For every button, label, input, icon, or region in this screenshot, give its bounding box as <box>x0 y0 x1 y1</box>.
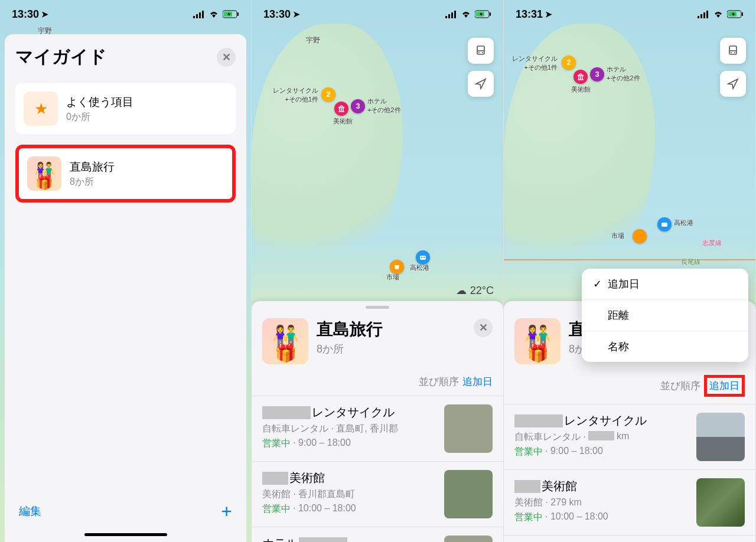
redacted-text <box>262 406 311 419</box>
svg-rect-29 <box>706 11 708 18</box>
status-time: 13:30 <box>12 8 39 21</box>
svg-point-25 <box>734 52 735 53</box>
sort-label: 並び順序 <box>419 375 459 388</box>
sort-option-added-date[interactable]: ✓ 追加日 <box>582 269 748 300</box>
map-pin-port[interactable] <box>416 250 430 265</box>
map-pin-rental-label: レンタサイクル+その他1件 <box>273 86 318 104</box>
map-pin-museum-label: 美術館 <box>571 85 591 94</box>
map-pin-port[interactable] <box>657 217 672 231</box>
status-time: 13:30 <box>263 8 291 21</box>
map-rail-label: 長尾線 <box>681 257 700 266</box>
svg-rect-6 <box>237 12 239 16</box>
my-guides-sheet: マイガイド ✕ ★ よく使う項目 0か所 直島旅行 8か所 編集 + <box>5 34 246 542</box>
place-item-hotel[interactable]: ホテル <box>504 535 755 542</box>
redacted-text <box>299 537 347 543</box>
map-pin-rental-label: レンタサイクル+その他1件 <box>512 54 558 72</box>
close-button[interactable]: ✕ <box>217 48 236 67</box>
place-item-hotel[interactable]: ホテル <box>252 527 503 542</box>
sort-option-name[interactable]: 名称 <box>582 331 748 362</box>
sort-button[interactable]: 追加日 <box>462 375 493 388</box>
page-title: マイガイド <box>15 45 107 69</box>
sort-option-distance[interactable]: 距離 <box>582 300 748 331</box>
svg-rect-28 <box>703 12 705 18</box>
place-item-rental[interactable]: レンタサイクル 自転車レンタル · km 営業中 · 9:00 – 18:00 <box>504 404 755 469</box>
place-thumbnail <box>696 413 745 461</box>
star-icon: ★ <box>24 92 58 126</box>
guide-image-icon <box>262 318 308 364</box>
svg-rect-20 <box>490 12 491 16</box>
svg-rect-2 <box>199 12 201 18</box>
map-pin-market[interactable] <box>390 260 404 274</box>
redacted-text <box>514 414 563 427</box>
status-bar: 13:30 ➤ <box>0 0 251 28</box>
place-item-museum[interactable]: 美術館 美術館 · 279 km 営業中 · 10:00 – 18:00 <box>504 469 755 535</box>
map-pin-hotel-label: ホテル+その他2件 <box>367 97 401 115</box>
transit-mode-button[interactable] <box>468 38 494 64</box>
battery-icon <box>727 10 744 18</box>
map-pin-museum[interactable] <box>573 70 588 84</box>
svg-rect-3 <box>202 11 204 18</box>
sort-button[interactable]: 追加日 <box>704 375 745 397</box>
wifi-icon <box>461 10 471 18</box>
guide-image-icon <box>27 156 61 191</box>
place-thumbnail <box>444 536 493 542</box>
svg-rect-8 <box>421 257 422 258</box>
add-button[interactable]: + <box>221 501 232 523</box>
map-rail-label: 志度線 <box>702 239 722 247</box>
guide-item-naoshima[interactable]: 直島旅行 8か所 <box>15 145 236 203</box>
weather-widget[interactable]: ☁︎ 22°C <box>456 284 494 297</box>
battery-icon <box>223 10 239 18</box>
map-pin-museum[interactable] <box>334 102 348 116</box>
locate-me-button[interactable] <box>720 71 746 97</box>
svg-rect-21 <box>662 223 667 227</box>
place-item-museum[interactable]: 美術館 美術館 · 香川郡直島町 営業中 · 10:00 – 18:00 <box>252 461 503 527</box>
redacted-text <box>262 472 288 485</box>
sort-label: 並び順序 <box>660 379 700 393</box>
map-pin-market[interactable] <box>633 229 647 243</box>
place-thumbnail <box>444 404 493 453</box>
checkmark-icon: ✓ <box>592 277 602 290</box>
favorites-label: よく使う項目 <box>66 94 133 110</box>
guide-image-icon <box>514 318 561 364</box>
guide-detail-card: 直島旅行 8か所 ✕ 並び順序 追加日 レンタサイクル 自転車レンタル · 直島… <box>252 301 503 542</box>
weather-temp: 22°C <box>470 285 494 297</box>
svg-point-24 <box>731 52 732 53</box>
wifi-icon <box>208 10 219 18</box>
location-icon: ➤ <box>545 9 552 19</box>
status-bar: 13:30 ➤ <box>252 0 503 28</box>
close-button[interactable]: ✕ <box>474 318 493 337</box>
svg-rect-15 <box>448 14 450 18</box>
place-thumbnail <box>444 470 493 518</box>
sheet-grabber[interactable] <box>366 306 389 309</box>
svg-rect-9 <box>423 257 425 258</box>
map-pin-hotel[interactable]: 3 <box>590 67 604 81</box>
svg-rect-26 <box>698 16 699 18</box>
location-icon: ➤ <box>293 9 300 19</box>
svg-rect-10 <box>477 46 484 54</box>
sort-menu: ✓ 追加日 距離 名称 <box>582 269 748 362</box>
svg-point-12 <box>478 52 480 53</box>
place-item-rental[interactable]: レンタサイクル 自転車レンタル · 直島町, 香川郡 営業中 · 9:00 – … <box>252 396 503 461</box>
svg-rect-27 <box>700 14 702 18</box>
guide-count: 8か所 <box>70 176 115 188</box>
map-pin-market-label: 市場 <box>386 273 399 282</box>
svg-rect-17 <box>454 11 456 18</box>
map-pin-rental[interactable]: 2 <box>321 87 335 102</box>
map-pin-rental[interactable]: 2 <box>562 55 576 70</box>
svg-rect-22 <box>729 46 737 54</box>
map-pin-hotel[interactable]: 3 <box>351 99 365 113</box>
favorites-item[interactable]: ★ よく使う項目 0か所 <box>15 83 236 134</box>
map-pin-port-label: 高松港 <box>410 263 429 272</box>
home-indicator[interactable] <box>84 533 167 536</box>
transit-mode-button[interactable] <box>720 38 746 64</box>
edit-button[interactable]: 編集 <box>19 504 41 519</box>
redacted-text <box>514 480 540 493</box>
svg-rect-32 <box>742 12 743 16</box>
status-time: 13:31 <box>516 8 543 21</box>
guide-label: 直島旅行 <box>70 159 115 175</box>
locate-me-button[interactable] <box>468 71 494 97</box>
location-icon: ➤ <box>41 9 48 19</box>
cellular-icon <box>445 10 457 18</box>
svg-rect-7 <box>420 256 426 260</box>
svg-rect-16 <box>451 12 453 18</box>
